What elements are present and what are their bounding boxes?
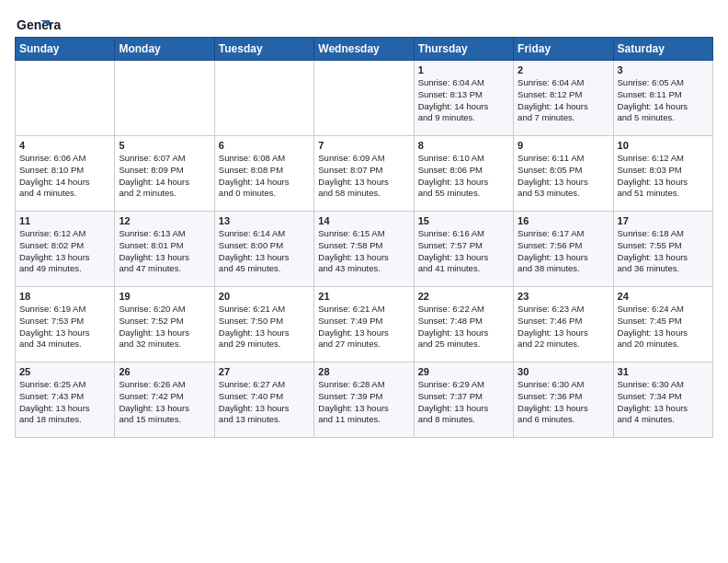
- day-info: Sunrise: 6:19 AM Sunset: 7:53 PM Dayligh…: [19, 304, 110, 350]
- day-number: 19: [119, 291, 210, 302]
- day-number: 23: [518, 291, 609, 302]
- day-info: Sunrise: 6:30 AM Sunset: 7:34 PM Dayligh…: [618, 379, 709, 426]
- header-day-friday: Friday: [514, 38, 613, 61]
- calendar-cell: 24Sunrise: 6:24 AM Sunset: 7:45 PM Dayli…: [613, 287, 712, 362]
- svg-text:Blue: Blue: [17, 30, 45, 31]
- week-row-2: 4Sunrise: 6:06 AM Sunset: 8:10 PM Daylig…: [16, 136, 713, 212]
- day-info: Sunrise: 6:18 AM Sunset: 7:55 PM Dayligh…: [618, 228, 709, 275]
- day-info: Sunrise: 6:08 AM Sunset: 8:08 PM Dayligh…: [219, 153, 310, 200]
- header-area: General Blue: [15, 9, 713, 31]
- day-number: 29: [418, 366, 509, 377]
- calendar-cell: 28Sunrise: 6:28 AM Sunset: 7:39 PM Dayli…: [314, 362, 414, 438]
- calendar-cell: 4Sunrise: 6:06 AM Sunset: 8:10 PM Daylig…: [16, 136, 115, 212]
- day-info: Sunrise: 6:22 AM Sunset: 7:48 PM Dayligh…: [418, 304, 509, 350]
- calendar-cell: 29Sunrise: 6:29 AM Sunset: 7:37 PM Dayli…: [414, 362, 513, 438]
- day-number: 5: [119, 140, 210, 151]
- day-number: 30: [518, 366, 609, 377]
- day-info: Sunrise: 6:12 AM Sunset: 8:03 PM Dayligh…: [618, 153, 709, 200]
- day-number: 9: [518, 140, 609, 151]
- day-number: 4: [19, 140, 110, 151]
- day-info: Sunrise: 6:15 AM Sunset: 7:58 PM Dayligh…: [318, 228, 409, 275]
- day-info: Sunrise: 6:17 AM Sunset: 7:56 PM Dayligh…: [518, 228, 609, 275]
- header-day-tuesday: Tuesday: [214, 38, 313, 61]
- day-info: Sunrise: 6:05 AM Sunset: 8:11 PM Dayligh…: [618, 77, 709, 124]
- day-number: 27: [219, 366, 310, 377]
- calendar-cell: 6Sunrise: 6:08 AM Sunset: 8:08 PM Daylig…: [214, 136, 313, 212]
- day-info: Sunrise: 6:28 AM Sunset: 7:39 PM Dayligh…: [318, 379, 409, 426]
- calendar-cell: 8Sunrise: 6:10 AM Sunset: 8:06 PM Daylig…: [414, 136, 513, 212]
- header-row: SundayMondayTuesdayWednesdayThursdayFrid…: [16, 38, 713, 61]
- calendar-body: 1Sunrise: 6:04 AM Sunset: 8:13 PM Daylig…: [16, 61, 713, 438]
- calendar-cell: [314, 61, 414, 136]
- week-row-4: 18Sunrise: 6:19 AM Sunset: 7:53 PM Dayli…: [16, 287, 713, 362]
- logo-icon: General Blue: [15, 13, 61, 31]
- day-info: Sunrise: 6:13 AM Sunset: 8:01 PM Dayligh…: [119, 228, 210, 275]
- calendar-cell: 26Sunrise: 6:26 AM Sunset: 7:42 PM Dayli…: [115, 362, 214, 438]
- header-day-saturday: Saturday: [613, 38, 712, 61]
- calendar-cell: 19Sunrise: 6:20 AM Sunset: 7:52 PM Dayli…: [115, 287, 214, 362]
- day-info: Sunrise: 6:21 AM Sunset: 7:49 PM Dayligh…: [318, 304, 409, 350]
- svg-text:General: General: [17, 17, 61, 31]
- day-number: 1: [418, 64, 509, 75]
- calendar-cell: 22Sunrise: 6:22 AM Sunset: 7:48 PM Dayli…: [414, 287, 513, 362]
- day-number: 15: [418, 215, 509, 226]
- day-number: 2: [518, 64, 609, 75]
- day-number: 8: [418, 140, 509, 151]
- calendar-cell: 9Sunrise: 6:11 AM Sunset: 8:05 PM Daylig…: [514, 136, 613, 212]
- page: General Blue SundayMondayTuesdayWednesda…: [0, 0, 728, 447]
- day-info: Sunrise: 6:24 AM Sunset: 7:45 PM Dayligh…: [618, 304, 709, 350]
- calendar-cell: [115, 61, 214, 136]
- day-number: 14: [318, 215, 409, 226]
- calendar-cell: [214, 61, 313, 136]
- calendar-cell: 14Sunrise: 6:15 AM Sunset: 7:58 PM Dayli…: [314, 212, 414, 287]
- calendar-cell: 27Sunrise: 6:27 AM Sunset: 7:40 PM Dayli…: [214, 362, 313, 438]
- day-number: 12: [119, 215, 210, 226]
- day-number: 17: [618, 215, 709, 226]
- calendar-header: SundayMondayTuesdayWednesdayThursdayFrid…: [16, 38, 713, 61]
- day-info: Sunrise: 6:10 AM Sunset: 8:06 PM Dayligh…: [418, 153, 509, 200]
- calendar-cell: 10Sunrise: 6:12 AM Sunset: 8:03 PM Dayli…: [613, 136, 712, 212]
- day-number: 26: [119, 366, 210, 377]
- day-info: Sunrise: 6:27 AM Sunset: 7:40 PM Dayligh…: [219, 379, 310, 426]
- day-info: Sunrise: 6:04 AM Sunset: 8:12 PM Dayligh…: [518, 77, 609, 124]
- day-info: Sunrise: 6:23 AM Sunset: 7:46 PM Dayligh…: [518, 304, 609, 350]
- calendar-table: SundayMondayTuesdayWednesdayThursdayFrid…: [15, 37, 713, 438]
- calendar-cell: 18Sunrise: 6:19 AM Sunset: 7:53 PM Dayli…: [16, 287, 115, 362]
- calendar-cell: 3Sunrise: 6:05 AM Sunset: 8:11 PM Daylig…: [613, 61, 712, 136]
- day-info: Sunrise: 6:20 AM Sunset: 7:52 PM Dayligh…: [119, 304, 210, 350]
- day-info: Sunrise: 6:12 AM Sunset: 8:02 PM Dayligh…: [19, 228, 110, 275]
- day-number: 31: [618, 366, 709, 377]
- calendar-cell: [16, 61, 115, 136]
- calendar-cell: 25Sunrise: 6:25 AM Sunset: 7:43 PM Dayli…: [16, 362, 115, 438]
- day-number: 24: [618, 291, 709, 302]
- day-number: 7: [318, 140, 409, 151]
- calendar-cell: 2Sunrise: 6:04 AM Sunset: 8:12 PM Daylig…: [514, 61, 613, 136]
- calendar-cell: 21Sunrise: 6:21 AM Sunset: 7:49 PM Dayli…: [314, 287, 414, 362]
- day-number: 21: [318, 291, 409, 302]
- header-day-monday: Monday: [115, 38, 214, 61]
- day-number: 6: [219, 140, 310, 151]
- day-number: 20: [219, 291, 310, 302]
- header-day-wednesday: Wednesday: [314, 38, 414, 61]
- calendar-cell: 13Sunrise: 6:14 AM Sunset: 8:00 PM Dayli…: [214, 212, 313, 287]
- calendar-cell: 1Sunrise: 6:04 AM Sunset: 8:13 PM Daylig…: [414, 61, 513, 136]
- day-number: 18: [19, 291, 110, 302]
- calendar-cell: 7Sunrise: 6:09 AM Sunset: 8:07 PM Daylig…: [314, 136, 414, 212]
- day-info: Sunrise: 6:16 AM Sunset: 7:57 PM Dayligh…: [418, 228, 509, 275]
- week-row-1: 1Sunrise: 6:04 AM Sunset: 8:13 PM Daylig…: [16, 61, 713, 136]
- day-number: 28: [318, 366, 409, 377]
- calendar-cell: 16Sunrise: 6:17 AM Sunset: 7:56 PM Dayli…: [514, 212, 613, 287]
- week-row-5: 25Sunrise: 6:25 AM Sunset: 7:43 PM Dayli…: [16, 362, 713, 438]
- calendar-cell: 12Sunrise: 6:13 AM Sunset: 8:01 PM Dayli…: [115, 212, 214, 287]
- day-info: Sunrise: 6:06 AM Sunset: 8:10 PM Dayligh…: [19, 153, 110, 200]
- day-info: Sunrise: 6:30 AM Sunset: 7:36 PM Dayligh…: [518, 379, 609, 426]
- day-number: 22: [418, 291, 509, 302]
- day-info: Sunrise: 6:29 AM Sunset: 7:37 PM Dayligh…: [418, 379, 509, 426]
- day-number: 11: [19, 215, 110, 226]
- day-info: Sunrise: 6:25 AM Sunset: 7:43 PM Dayligh…: [19, 379, 110, 426]
- logo: General Blue: [15, 13, 64, 31]
- calendar-cell: 20Sunrise: 6:21 AM Sunset: 7:50 PM Dayli…: [214, 287, 313, 362]
- calendar-cell: 11Sunrise: 6:12 AM Sunset: 8:02 PM Dayli…: [16, 212, 115, 287]
- day-number: 16: [518, 215, 609, 226]
- day-info: Sunrise: 6:21 AM Sunset: 7:50 PM Dayligh…: [219, 304, 310, 350]
